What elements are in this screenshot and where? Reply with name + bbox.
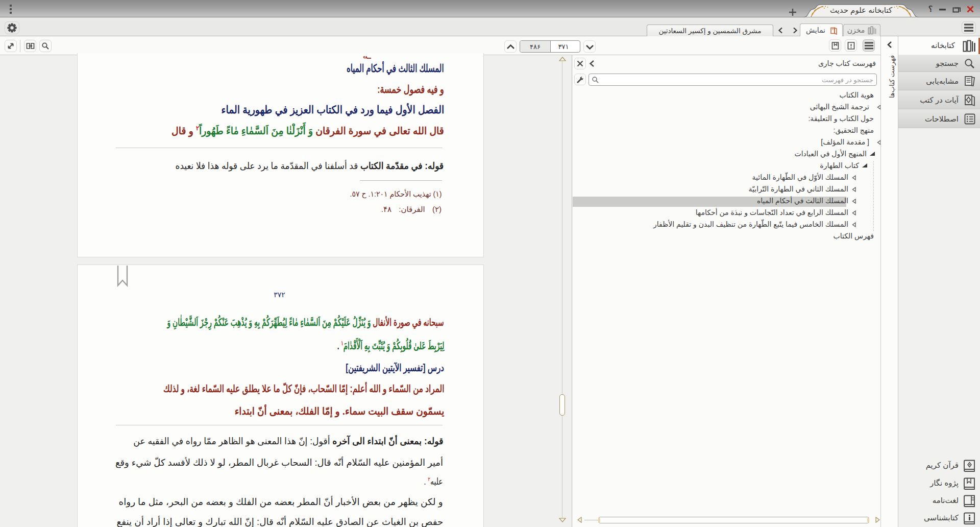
svg-text:فهرست کتاب‌ها: فهرست کتاب‌ها bbox=[888, 55, 896, 98]
